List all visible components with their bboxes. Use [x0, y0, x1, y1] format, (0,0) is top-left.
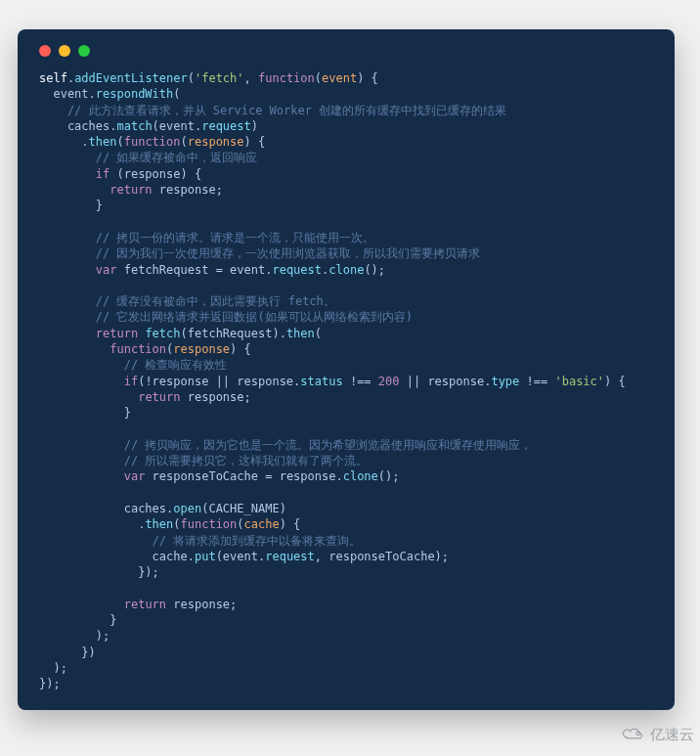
code-line: // 如果缓存被命中，返回响应	[39, 151, 257, 164]
code-line: }	[39, 613, 116, 627]
code-line: // 检查响应有效性	[39, 358, 227, 372]
code-block: self.addEventListener('fetch', function(…	[39, 70, 657, 692]
code-line: var responseToCache = response.clone();	[39, 469, 400, 483]
code-line: .then(function(response) {	[39, 135, 265, 149]
code-line: );	[39, 661, 67, 675]
svg-point-0	[636, 732, 640, 735]
dot-close-icon	[39, 45, 51, 57]
code-line: if(!response || response.status !== 200 …	[39, 375, 626, 388]
code-line: cache.put(event.request, responseToCache…	[39, 550, 449, 563]
code-line: caches.match(event.request)	[39, 119, 258, 133]
code-line: });	[39, 565, 159, 579]
code-line: function(response) {	[39, 342, 251, 356]
dot-minimize-icon	[59, 45, 70, 57]
code-line: // 它发出网络请求并返回数据(如果可以从网络检索到内容)	[39, 310, 413, 324]
code-line: // 缓存没有被命中，因此需要执行 fetch。	[39, 294, 335, 308]
code-line: caches.open(CACHE_NAME)	[39, 502, 286, 515]
code-line: // 因为我们一次使用缓存，一次使用浏览器获取，所以我们需要拷贝请求	[39, 246, 480, 260]
code-line: // 将请求添加到缓存中以备将来查询。	[39, 534, 361, 548]
window-dots	[39, 45, 657, 57]
code-line: return fetch(fetchRequest).then(	[39, 327, 322, 340]
code-line: return response;	[39, 183, 223, 197]
code-line: .then(function(cache) {	[39, 517, 300, 531]
code-line: // 拷贝一份的请求。请求是一个流，只能使用一次。	[39, 231, 374, 245]
code-line: // 此方法查看请求，并从 Service Worker 创建的所有缓存中找到已…	[39, 104, 506, 117]
code-line: // 所以需要拷贝它，这样我们就有了两个流。	[39, 454, 368, 467]
code-line: var fetchRequest = event.request.clone()…	[39, 263, 385, 277]
code-card: self.addEventListener('fetch', function(…	[18, 29, 675, 710]
dot-zoom-icon	[78, 45, 90, 57]
code-line: return response;	[39, 598, 237, 611]
code-line: if (response) {	[39, 167, 201, 181]
cloud-icon	[621, 726, 646, 744]
watermark-text: 亿速云	[650, 726, 694, 744]
code-line: );	[39, 629, 109, 643]
watermark: 亿速云	[621, 726, 694, 744]
code-line: return response;	[39, 390, 251, 404]
code-line: // 拷贝响应，因为它也是一个流。因为希望浏览器使用响应和缓存使用响应，	[39, 438, 532, 452]
code-line: }	[39, 406, 131, 420]
code-line: });	[39, 677, 61, 690]
code-line: }	[39, 199, 103, 212]
code-line: self.addEventListener('fetch', function(…	[39, 71, 378, 85]
code-line: event.respondWith(	[39, 87, 181, 101]
code-line: })	[39, 645, 96, 659]
